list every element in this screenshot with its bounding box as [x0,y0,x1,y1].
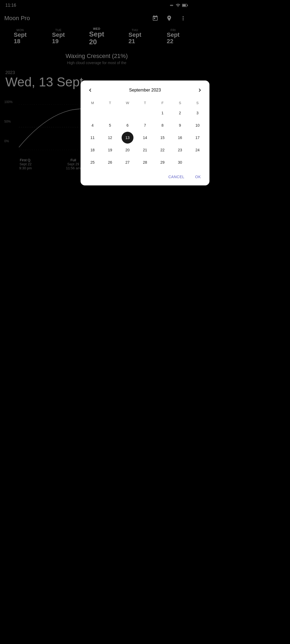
cal-day-empty [122,107,133,119]
calendar-dialog: September 2023 MTWTFSS 12345678910111213… [81,80,193,185]
cal-day-30[interactable]: 30 [174,156,186,168]
cal-day-empty [104,107,116,119]
cal-day-26[interactable]: 26 [104,156,116,168]
cal-day-12[interactable]: 12 [104,132,116,144]
cal-day-27[interactable]: 27 [122,156,133,168]
cal-day-21[interactable]: 21 [139,144,151,156]
cal-weekday-header: S [189,99,193,107]
cal-day-13[interactable]: 13 [122,132,133,144]
cal-day-7[interactable]: 7 [139,119,151,131]
cal-day-23[interactable]: 23 [174,144,186,156]
cal-day-28[interactable]: 28 [139,156,151,168]
cal-day-empty [139,107,151,119]
cal-weekday-header: W [119,99,136,107]
cal-day-15[interactable]: 15 [157,132,168,144]
cal-day-20[interactable]: 20 [122,144,133,156]
cal-day-29[interactable]: 29 [157,156,168,168]
cal-day-18[interactable]: 18 [87,144,99,156]
cal-prev-button[interactable] [85,85,96,96]
cal-weekday-header: F [154,99,171,107]
cal-day-9[interactable]: 9 [174,119,186,131]
cal-day-empty [87,107,99,119]
cal-day-22[interactable]: 22 [157,144,168,156]
cal-day-8[interactable]: 8 [157,119,168,131]
cal-weekdays: MTWTFSS [83,99,193,107]
cal-day-14[interactable]: 14 [139,132,151,144]
cal-day-17[interactable]: 17 [191,132,193,144]
cal-day-1[interactable]: 1 [157,107,168,119]
cal-day-25[interactable]: 25 [87,156,99,168]
cal-day-19[interactable]: 19 [104,144,116,156]
cal-day-10[interactable]: 10 [191,119,193,131]
cal-header: September 2023 [83,85,193,99]
cal-day-3[interactable]: 3 [191,107,193,119]
cal-day-2[interactable]: 2 [174,107,186,119]
cal-weekday-header: T [101,99,119,107]
cal-month-title: September 2023 [129,88,161,93]
cal-day-16[interactable]: 16 [174,132,186,144]
cal-day-11[interactable]: 11 [87,132,99,144]
cal-actions: CANCEL OK [83,168,193,183]
cal-day-24[interactable]: 24 [191,144,193,156]
cal-day-empty [191,156,193,168]
ok-button[interactable]: OK [191,173,193,181]
cal-weekday-header: M [84,99,101,107]
cal-days[interactable]: 1234567891011121314151617181920212223242… [83,107,193,168]
cal-day-6[interactable]: 6 [122,119,133,131]
cal-weekday-header: T [136,99,154,107]
cal-day-5[interactable]: 5 [104,119,116,131]
cal-day-4[interactable]: 4 [87,119,99,131]
cancel-button[interactable]: CANCEL [164,173,189,181]
calendar-overlay: September 2023 MTWTFSS 12345678910111213… [0,0,193,429]
cal-weekday-header: S [171,99,189,107]
chevron-left-icon [87,87,93,93]
